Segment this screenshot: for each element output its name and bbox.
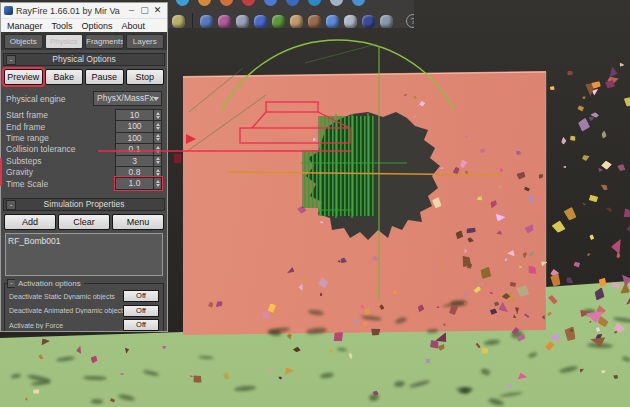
debris-fragment — [110, 397, 116, 403]
spinner-down-icon — [156, 161, 160, 164]
bake-button[interactable]: Bake — [45, 69, 84, 85]
copy-icon[interactable] — [344, 15, 357, 28]
debris-fragment — [416, 303, 426, 313]
spinner[interactable] — [153, 121, 161, 131]
toolbar-top-icon-8[interactable] — [330, 0, 343, 6]
debris-fragment — [589, 321, 593, 324]
engine-dropdown[interactable]: PhysX/MassFx — [93, 91, 162, 106]
toolbar-top-icon-1[interactable] — [176, 0, 189, 6]
tab-physics[interactable]: Physics — [45, 34, 84, 49]
debris-fragment — [544, 340, 555, 351]
debris-fragment — [189, 374, 194, 378]
toolbar-top-icon-4[interactable] — [242, 0, 255, 6]
debris-fragment — [595, 287, 605, 300]
physical-options-rollout[interactable]: - Physical Options — [3, 53, 165, 66]
preview-button[interactable]: Preview — [4, 69, 43, 85]
debris-fragment — [503, 258, 507, 262]
deactivate-static-toggle[interactable]: Off — [123, 290, 159, 302]
debris-fragment — [287, 333, 293, 340]
deactivate-animated-toggle[interactable]: Off — [123, 305, 159, 317]
debris-fragment — [597, 277, 609, 288]
toolbar-top-icon-3[interactable] — [220, 0, 233, 6]
debris-fragment — [421, 199, 425, 203]
spinner-up-icon — [156, 134, 160, 137]
debris-fragment — [621, 207, 630, 219]
menu-bar: Manager Tools Options About — [1, 18, 167, 32]
toolbar-top-icon-5[interactable] — [264, 0, 277, 6]
close-button[interactable]: ✕ — [151, 3, 164, 18]
debris-fragment — [476, 196, 483, 203]
debris-fragment — [595, 327, 600, 332]
toolbar-top-icon-7[interactable] — [308, 0, 321, 6]
darksphere-icon[interactable] — [362, 15, 375, 28]
gems-icon[interactable] — [218, 15, 231, 28]
debris-fragment — [474, 342, 481, 349]
hatch-icon[interactable] — [200, 15, 213, 28]
maximize-button[interactable]: ▢ — [138, 3, 151, 18]
spinner-up-icon — [156, 169, 160, 172]
add-button[interactable]: Add — [4, 214, 56, 230]
debris-fragment — [302, 279, 306, 284]
spinner[interactable] — [153, 144, 161, 154]
snail-icon[interactable] — [308, 15, 321, 28]
help-icon[interactable]: ? — [406, 14, 414, 28]
debris-fragment — [570, 135, 576, 141]
debris-fragment — [541, 314, 547, 320]
debris-fragment — [41, 338, 50, 346]
debris-fragment — [496, 230, 504, 238]
battery-icon[interactable] — [380, 15, 393, 28]
globe-icon[interactable] — [254, 15, 267, 28]
minimize-button[interactable]: – — [125, 3, 138, 18]
leaf-icon[interactable] — [272, 15, 285, 28]
collapse-icon[interactable]: - — [6, 200, 16, 210]
pause-button[interactable]: Pause — [85, 69, 124, 85]
debris-fragment — [287, 267, 296, 277]
menu-options[interactable]: Options — [82, 21, 113, 31]
debris-fragment — [292, 346, 301, 353]
debris-fragment — [599, 182, 609, 192]
menu-manager[interactable]: Manager — [7, 21, 43, 31]
sphere2-icon[interactable] — [326, 15, 339, 28]
spinner[interactable] — [153, 133, 161, 143]
ground-shadow — [198, 355, 214, 359]
debris-fragment — [360, 303, 367, 309]
ground-shadow — [527, 352, 537, 358]
rayfire-logo-icon — [4, 6, 13, 15]
debris-fragment — [521, 251, 528, 259]
menu-tools[interactable]: Tools — [52, 21, 73, 31]
spinner[interactable] — [153, 156, 161, 166]
stop-button[interactable]: Stop — [126, 69, 165, 85]
debris-fragment — [261, 310, 269, 320]
menu-button[interactable]: Menu — [112, 214, 164, 230]
pyramid-icon[interactable] — [236, 15, 249, 28]
arrow-icon[interactable] — [290, 15, 303, 28]
debris-fragment — [464, 249, 467, 255]
simulation-objects-list[interactable]: RF_Bomb001 — [5, 233, 163, 276]
physics-parameters: Start frame 10 End frame 100 Time range … — [6, 110, 162, 189]
spinner-down-icon — [156, 116, 160, 119]
sphere-icon[interactable] — [172, 15, 185, 28]
debris-fragment — [573, 260, 582, 269]
tab-objects[interactable]: Objects — [4, 34, 43, 49]
ground-shadow — [320, 372, 335, 379]
simulation-properties-rollout[interactable]: - Simulation Properties — [3, 198, 165, 211]
tab-layers[interactable]: Layers — [126, 34, 165, 49]
ground-shadow — [558, 365, 577, 374]
tab-fragments[interactable]: Fragments — [85, 34, 124, 49]
toolbar-top-icon-9[interactable] — [352, 0, 365, 6]
max-toolbar: ? — [168, 0, 414, 28]
activate-by-force-toggle[interactable]: Off — [123, 319, 159, 331]
ground-shadow — [499, 392, 523, 399]
title-bar[interactable]: RayFire 1.66.01 by Mir Va – ▢ ✕ — [1, 3, 167, 18]
time-scale-field[interactable]: 1.0 — [115, 177, 162, 189]
menu-about[interactable]: About — [122, 21, 146, 31]
toolbar-top-icon-6[interactable] — [286, 0, 299, 6]
debris-fragment — [551, 220, 566, 234]
ground-shadow — [487, 397, 504, 407]
ground-shadow — [91, 399, 103, 404]
spinner[interactable] — [153, 110, 161, 120]
toolbar-top-icon-2[interactable] — [198, 0, 211, 6]
collapse-icon[interactable]: - — [6, 55, 16, 65]
list-item[interactable]: RF_Bomb001 — [8, 236, 160, 246]
clear-button[interactable]: Clear — [58, 214, 110, 230]
